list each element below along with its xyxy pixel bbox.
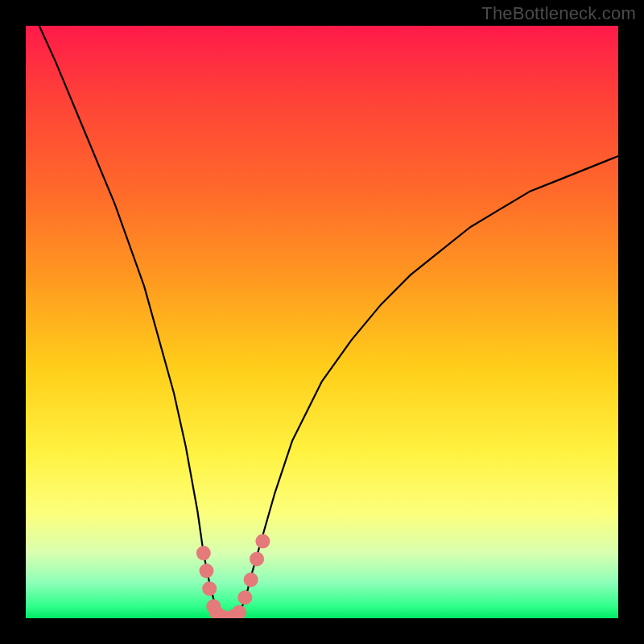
bottleneck-curve [26,26,618,618]
marker-dot [202,581,217,596]
plot-area [26,26,618,618]
marker-dot [250,551,264,566]
curve-layer [26,26,618,618]
chart-frame: TheBottleneck.com [0,0,644,644]
marker-dot [199,564,213,578]
marker-layer [196,534,270,618]
watermark-text: TheBottleneck.com [481,3,636,24]
marker-dot [232,605,246,618]
marker-dot [244,572,258,587]
marker-dot [237,590,252,605]
bottleneck-curve-svg [26,26,618,618]
marker-dot [255,534,270,548]
marker-dot [196,546,211,560]
